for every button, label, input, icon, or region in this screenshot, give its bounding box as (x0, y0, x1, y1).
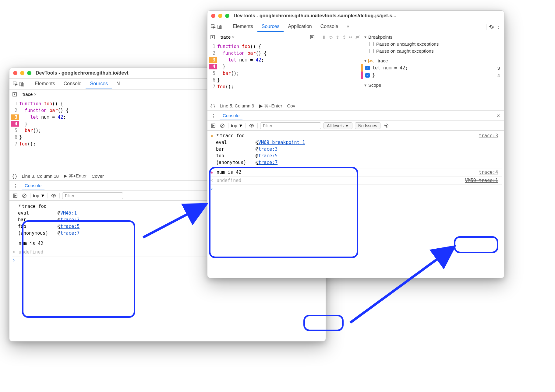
context-selector[interactable]: top ▼ (33, 193, 45, 198)
file-tab[interactable]: trace × (221, 34, 235, 40)
code-line[interactable]: function bar() { (217, 51, 267, 56)
device-icon[interactable] (217, 23, 223, 30)
kebab-icon[interactable]: ⋮ (495, 23, 502, 30)
line-number[interactable]: 2 (11, 108, 19, 113)
stack-frame-link[interactable]: trace:7 (60, 230, 80, 236)
scope-section[interactable]: ▼Scope (364, 82, 502, 89)
drawer-tab-console[interactable]: Console (22, 181, 44, 190)
close-icon[interactable] (13, 71, 17, 75)
tab-elements[interactable]: Elements (30, 79, 59, 89)
code-line[interactable]: bar(); (217, 71, 239, 76)
filter-input[interactable] (260, 122, 321, 129)
minimize-icon[interactable] (20, 71, 24, 75)
tabs-overflow-icon[interactable]: » (342, 22, 353, 32)
pretty-print-icon[interactable]: { } (12, 173, 17, 179)
navigator-toggle-icon[interactable] (11, 91, 18, 98)
line-number[interactable]: 3 (209, 57, 217, 63)
pause-caught-checkbox[interactable] (369, 49, 374, 53)
tab-elements[interactable]: Elements (228, 22, 257, 32)
tab-network[interactable]: N (112, 79, 124, 89)
gear-icon[interactable] (488, 23, 495, 30)
code-line[interactable]: function foo() { (19, 101, 63, 107)
tab-sources[interactable]: Sources (257, 22, 284, 32)
source-link[interactable]: trace:3 (479, 133, 501, 138)
stack-frame-link[interactable]: VM45:1 (60, 210, 77, 216)
tab-console[interactable]: Console (59, 79, 86, 89)
line-number[interactable]: 4 (209, 64, 217, 69)
line-number[interactable]: 4 (11, 121, 19, 127)
source-link[interactable]: VM59 trace:1 (465, 178, 501, 183)
line-number[interactable]: 7 (11, 141, 19, 147)
maximize-icon[interactable] (225, 14, 229, 18)
step-out-icon[interactable] (341, 34, 348, 40)
eye-icon[interactable] (248, 122, 255, 129)
close-icon[interactable] (211, 14, 215, 18)
breakpoints-section[interactable]: ▼Breakpoints (364, 33, 502, 40)
navigator-toggle-icon[interactable] (209, 34, 216, 40)
code-line[interactable]: } (217, 77, 220, 83)
bp-file-group[interactable]: ▼JS trace (361, 57, 502, 64)
code-line[interactable]: } (217, 64, 225, 69)
filter-input[interactable] (62, 192, 123, 199)
kebab-icon[interactable]: ⋮ (210, 113, 217, 119)
level-selector[interactable]: All levels ▼ (323, 122, 352, 129)
snippet-run-icon[interactable] (12, 192, 19, 199)
pause-uncaught-checkbox[interactable] (369, 42, 374, 46)
drawer-tab-console[interactable]: Console (220, 111, 242, 120)
source-link[interactable]: trace:4 (479, 170, 501, 175)
file-tab[interactable]: trace × (23, 92, 37, 97)
stack-frame-link[interactable]: trace:3 (258, 146, 278, 152)
close-icon[interactable]: ✕ (495, 113, 502, 119)
stack-frame-link[interactable]: trace:3 (60, 217, 80, 222)
step-icon[interactable] (348, 34, 354, 40)
kebab-icon[interactable]: ⋮ (12, 183, 19, 189)
code-line[interactable]: let num = 42; (217, 57, 264, 63)
eye-icon[interactable] (50, 192, 57, 199)
stack-frame-link[interactable]: trace:7 (258, 160, 278, 165)
deactivate-breakpoints-icon[interactable] (354, 34, 361, 40)
pretty-print-icon[interactable]: { } (210, 103, 215, 108)
step-into-icon[interactable] (334, 34, 341, 40)
tab-console[interactable]: Console (316, 22, 343, 32)
line-number[interactable]: 1 (209, 44, 217, 49)
snippet-run-icon[interactable] (309, 34, 316, 40)
stack-frame-link[interactable]: trace:5 (60, 224, 80, 229)
line-number[interactable]: 2 (209, 51, 217, 56)
line-number[interactable]: 5 (209, 71, 217, 76)
maximize-icon[interactable] (27, 71, 31, 75)
code-line[interactable]: bar(); (19, 128, 41, 133)
pause-icon[interactable] (321, 34, 327, 40)
tab-sources[interactable]: Sources (86, 79, 112, 89)
main-toolbar: Elements Sources Application Console » ⋮ (207, 21, 504, 32)
tab-application[interactable]: Application (284, 22, 316, 32)
code-line[interactable]: foo(); (19, 141, 36, 147)
line-number[interactable]: 6 (11, 135, 19, 140)
code-line[interactable]: } (19, 121, 27, 127)
context-selector[interactable]: top ▼ (231, 123, 243, 128)
bp-checkbox[interactable]: ✓ (365, 73, 370, 78)
code-line[interactable]: } (19, 135, 22, 140)
line-number[interactable]: 5 (11, 128, 19, 133)
line-number[interactable]: 1 (11, 101, 19, 107)
clear-icon[interactable] (219, 122, 226, 129)
device-icon[interactable] (19, 81, 25, 87)
line-number[interactable]: 7 (209, 84, 217, 89)
minimize-icon[interactable] (218, 14, 222, 18)
inspect-icon[interactable] (12, 81, 19, 87)
code-editor[interactable]: 1function foo() {2 function bar() {3 let… (207, 42, 361, 91)
line-number[interactable]: 3 (11, 114, 19, 120)
step-over-icon[interactable] (327, 34, 334, 40)
code-line[interactable]: foo(); (217, 84, 234, 89)
snippet-run-icon[interactable] (210, 122, 217, 129)
bp-checkbox[interactable]: ✓ (365, 66, 370, 70)
issues-button[interactable]: No Issues (355, 122, 380, 129)
code-line[interactable]: let num = 42; (19, 114, 66, 120)
gear-icon[interactable] (383, 122, 390, 129)
code-line[interactable]: function bar() { (19, 108, 69, 113)
inspect-icon[interactable] (210, 23, 217, 30)
clear-icon[interactable] (21, 192, 28, 199)
line-number[interactable]: 6 (209, 77, 217, 83)
stack-frame-link[interactable]: trace:5 (258, 153, 278, 159)
code-line[interactable]: function foo() { (217, 44, 261, 49)
stack-frame-link[interactable]: VM69 breakpoint:1 (258, 140, 305, 145)
